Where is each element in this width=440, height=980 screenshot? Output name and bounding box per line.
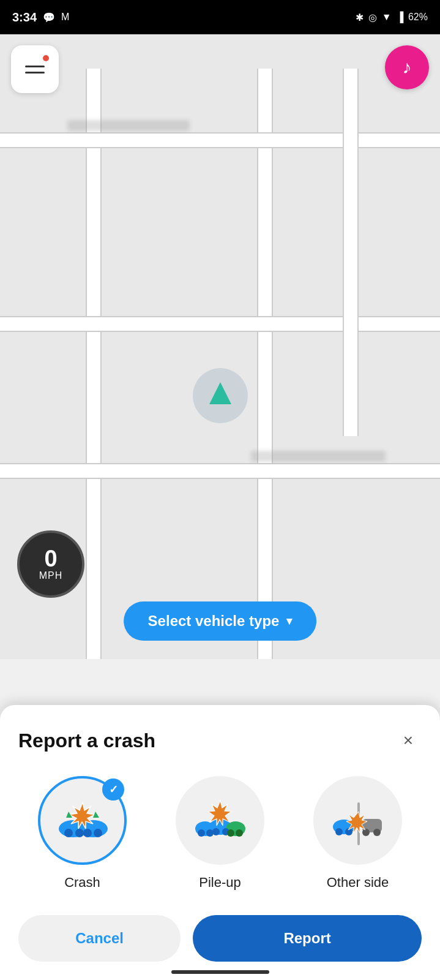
arrow-shape <box>209 382 231 404</box>
crash-circle: ✓ <box>38 776 127 865</box>
svg-point-12 <box>198 829 205 837</box>
svg-point-3 <box>75 829 84 837</box>
action-buttons: Cancel Report <box>18 915 422 962</box>
close-icon: × <box>403 731 413 750</box>
menu-button[interactable] <box>11 45 59 93</box>
svg-point-13 <box>206 829 214 837</box>
dropdown-arrow-icon: ▾ <box>286 614 292 628</box>
sheet-title: Report a crash <box>18 729 155 752</box>
status-bar: 3:34 💬 M ✱ ◎ ▼ ▐ 62% <box>0 0 440 34</box>
vehicle-type-label: Select vehicle type <box>148 612 280 630</box>
crash-icon <box>55 793 110 848</box>
map-label-2 <box>251 451 386 462</box>
svg-point-2 <box>64 829 73 837</box>
road-vertical-3 <box>343 69 359 436</box>
music-button[interactable]: ♪ <box>385 45 429 89</box>
menu-line-1 <box>25 66 45 67</box>
crash-options: ✓ Crash <box>18 776 422 891</box>
svg-point-4 <box>83 829 92 837</box>
navigation-arrow <box>193 368 248 423</box>
road-horizontal-3 <box>0 463 440 479</box>
road-horizontal-1 <box>0 132 440 148</box>
svg-point-14 <box>212 828 220 835</box>
otherside-icon <box>330 793 386 848</box>
notification-dot <box>43 55 49 61</box>
road-vertical-2 <box>86 69 102 659</box>
map-area: ♪ 0 MPH Select vehicle type ▾ <box>0 34 440 659</box>
gmail-icon: M <box>61 12 69 23</box>
speed-indicator: 0 MPH <box>17 530 84 598</box>
speed-unit: MPH <box>39 570 63 581</box>
otherside-label: Other side <box>327 875 389 891</box>
location-icon: ◎ <box>368 12 377 23</box>
message-icon: 💬 <box>43 12 55 23</box>
crash-label: Crash <box>64 875 100 891</box>
sheet-header: Report a crash × <box>18 727 422 754</box>
map-label-1 <box>67 120 190 131</box>
report-button[interactable]: Report <box>193 915 422 962</box>
pileup-icon <box>193 793 248 848</box>
pileup-label: Pile-up <box>199 875 241 891</box>
vehicle-type-button[interactable]: Select vehicle type ▾ <box>124 601 317 641</box>
crash-option-pileup[interactable]: Pile-up <box>156 776 284 891</box>
selected-check: ✓ <box>102 778 124 801</box>
svg-point-21 <box>335 828 343 835</box>
close-button[interactable]: × <box>395 727 422 754</box>
bottom-sheet: Report a crash × <box>0 705 440 980</box>
speed-value: 0 <box>44 547 57 570</box>
svg-point-5 <box>94 829 102 837</box>
home-indicator <box>171 970 269 974</box>
otherside-circle <box>313 776 402 865</box>
cancel-button[interactable]: Cancel <box>18 915 181 962</box>
road-horizontal-2 <box>0 316 440 332</box>
signal-icon: ▐ <box>397 12 403 23</box>
road-vertical-1 <box>257 69 273 659</box>
music-note-icon: ♪ <box>403 57 412 78</box>
status-time: 3:34 <box>12 10 37 24</box>
battery-level: 62% <box>408 12 428 23</box>
pileup-circle <box>176 776 264 865</box>
svg-point-25 <box>373 829 381 836</box>
status-icons: ✱ ◎ ▼ ▐ 62% <box>356 12 428 23</box>
crash-option-otherside[interactable]: Other side <box>294 776 422 891</box>
status-left: 3:34 💬 M <box>12 10 69 24</box>
bluetooth-icon: ✱ <box>356 12 364 23</box>
svg-point-17 <box>236 829 243 837</box>
svg-point-16 <box>227 829 234 837</box>
crash-option-crash[interactable]: ✓ Crash <box>18 776 146 891</box>
menu-line-2 <box>25 72 45 74</box>
wifi-icon: ▼ <box>382 12 392 23</box>
svg-point-24 <box>362 829 370 836</box>
